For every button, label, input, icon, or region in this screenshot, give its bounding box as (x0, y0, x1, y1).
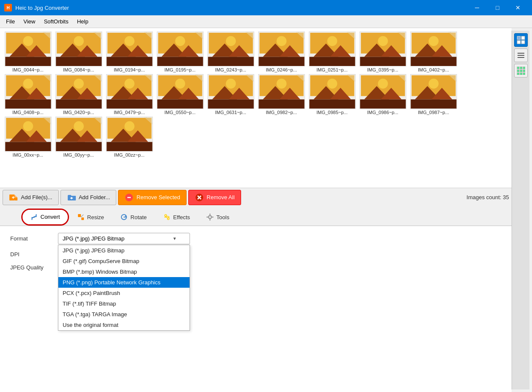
format-selected-value: JPG (*.jpg) JPEG Bitmap (63, 235, 124, 242)
thumbnail-item[interactable]: IMG_00zz~p... (105, 117, 154, 157)
thumbnail-item[interactable]: IMG_0986~p... (358, 74, 407, 115)
format-option[interactable]: TIF (*.tif) TIFF Bitmap (58, 298, 190, 309)
svg-rect-86 (56, 100, 101, 109)
svg-point-123 (327, 79, 337, 89)
thumbnail-item[interactable]: IMG_0243~p... (206, 31, 255, 72)
grid-view-button[interactable] (514, 64, 528, 77)
app-title: Heic to Jpg Converter (15, 5, 69, 11)
remove-all-button[interactable]: Remove All (188, 190, 241, 205)
menu-file[interactable]: File (2, 17, 19, 26)
svg-point-27 (175, 36, 185, 46)
svg-rect-205 (523, 67, 525, 69)
thumbnail-label: IMG_0402~p... (418, 67, 449, 72)
thumbnail-item[interactable]: IMG_0408~p... (3, 74, 52, 115)
tools-icon (206, 213, 214, 221)
svg-rect-170 (14, 197, 17, 200)
svg-point-155 (74, 121, 83, 131)
thumbnail-image (5, 74, 52, 109)
thumbnail-label: IMG_00xx~p... (13, 152, 43, 157)
remove-selected-button[interactable]: Remove Selected (118, 190, 187, 205)
thumbnail-item[interactable]: IMG_0987~p... (409, 74, 458, 115)
jpeg-quality-label: JPEG Quality (10, 264, 53, 271)
svg-rect-209 (517, 73, 519, 75)
tab-resize[interactable]: Resize (69, 209, 112, 224)
svg-point-147 (23, 121, 33, 131)
svg-point-107 (226, 79, 236, 89)
format-option[interactable]: GIF (*.gif) CompuServe Bitmap (58, 256, 190, 266)
add-files-button[interactable]: Add File(s)... (3, 190, 59, 205)
thumbnail-item[interactable]: IMG_0084~p... (54, 31, 103, 72)
thumbnail-image (55, 117, 102, 152)
thumbnail-item[interactable]: IMG_0194~p... (105, 31, 154, 72)
format-option[interactable]: PCX (*.pcx) PaintBrush (58, 288, 190, 298)
svg-rect-70 (411, 57, 456, 66)
add-folder-icon (67, 193, 76, 202)
thumbnail-item[interactable]: IMG_0985~p... (308, 74, 357, 115)
thumbnail-item[interactable]: IMG_0420~p... (54, 74, 103, 115)
thumbnail-view-button[interactable] (514, 33, 528, 47)
svg-rect-203 (517, 67, 519, 69)
svg-rect-54 (309, 57, 355, 66)
close-button[interactable]: ✕ (508, 0, 528, 15)
format-option[interactable]: JPG (*.jpg) JPEG Bitmap (58, 245, 190, 256)
thumbnail-image (55, 31, 102, 66)
list-view-button[interactable] (514, 49, 528, 62)
add-folder-label: Add Folder... (79, 194, 110, 200)
svg-marker-169 (14, 195, 17, 197)
svg-point-59 (378, 36, 388, 46)
svg-point-83 (74, 79, 83, 89)
svg-rect-180 (78, 214, 81, 217)
svg-rect-210 (520, 73, 522, 75)
thumbnail-image (157, 74, 204, 109)
tab-rotate[interactable]: Rotate (112, 209, 155, 224)
add-folder-button[interactable]: Add Folder... (60, 190, 117, 205)
thumbnail-label: IMG_0243~p... (215, 67, 246, 72)
svg-rect-134 (360, 100, 405, 109)
thumbnail-item[interactable]: IMG_00xx~p... (3, 117, 52, 157)
thumbnail-image (5, 31, 52, 66)
thumbnail-item[interactable]: IMG_0631~p... (206, 74, 255, 115)
svg-point-131 (378, 79, 388, 89)
format-option[interactable]: PNG (*.png) Portable Network Graphics (58, 277, 190, 288)
menu-help[interactable]: Help (73, 17, 93, 26)
svg-rect-150 (5, 142, 51, 151)
format-option[interactable]: TGA (*.tga) TARGA Image (58, 309, 190, 320)
tab-tools[interactable]: Tools (198, 209, 237, 224)
thumbnail-image (309, 74, 356, 109)
add-files-label: Add File(s)... (21, 194, 52, 200)
tab-effects[interactable]: Effects (155, 209, 198, 224)
svg-rect-181 (81, 217, 84, 220)
format-select-button[interactable]: JPG (*.jpg) JPEG Bitmap ▼ (58, 233, 190, 244)
thumbnail-image (106, 117, 153, 152)
thumbnail-item[interactable]: IMG_0251~p... (308, 31, 357, 72)
title-bar: H Heic to Jpg Converter ─ □ ✕ (0, 0, 532, 15)
svg-rect-126 (309, 100, 355, 109)
thumbnail-item[interactable]: IMG_0479~p... (105, 74, 154, 115)
format-option[interactable]: Use the original format (58, 320, 190, 330)
maximize-button[interactable]: □ (488, 0, 507, 15)
format-label: Format (10, 235, 53, 242)
menu-softorbits[interactable]: SoftOrbits (40, 17, 73, 26)
tab-convert[interactable]: Convert (23, 210, 68, 224)
svg-rect-207 (520, 70, 522, 72)
thumbnail-item[interactable]: IMG_0550~p... (155, 74, 204, 115)
format-option[interactable]: BMP (*.bmp) Windows Bitmap (58, 266, 190, 277)
thumbnail-label: IMG_0985~p... (316, 110, 348, 115)
thumbnail-item[interactable]: IMG_0402~p... (409, 31, 458, 72)
thumbnail-item[interactable]: IMG_0195~p... (155, 31, 204, 72)
svg-rect-197 (517, 40, 520, 44)
svg-point-163 (124, 121, 134, 131)
thumbnail-item[interactable]: IMG_00yy~p... (54, 117, 103, 157)
svg-rect-158 (56, 142, 101, 151)
thumbnail-item[interactable]: IMG_0982~p... (257, 74, 306, 115)
svg-point-35 (226, 36, 236, 46)
menu-view[interactable]: View (19, 17, 40, 26)
format-dropdown-container: JPG (*.jpg) JPEG Bitmap ▼ JPG (*.jpg) JP… (58, 233, 190, 244)
minimize-button[interactable]: ─ (467, 0, 487, 15)
thumbnail-label: IMG_0982~p... (266, 110, 297, 115)
thumbnail-item[interactable]: IMG_0044~p... (3, 31, 52, 72)
thumbnail-item[interactable]: IMG_0246~p... (257, 31, 306, 72)
thumbnail-image (55, 74, 102, 109)
thumbnail-image (106, 74, 153, 109)
thumbnail-item[interactable]: IMG_0395~p... (358, 31, 407, 72)
